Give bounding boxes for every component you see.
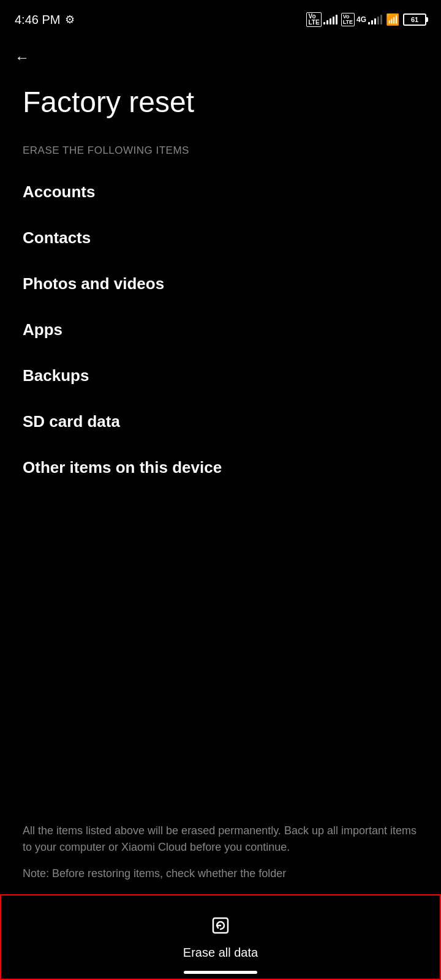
disclaimer-note: Note: Before restoring items, check whet… [23,865,418,882]
back-button[interactable]: ← [0,37,441,72]
list-item-accounts: Accounts [23,169,418,215]
battery-indicator: 61 [403,13,426,26]
status-right-icons: VoLTE VoLTE 4G 📶 61 [306,12,426,27]
disclaimer-text: All the items listed above will be erase… [23,823,418,856]
signal-bar [336,15,337,24]
erase-svg-icon [209,914,232,937]
signal-bar-inactive [380,15,382,24]
volte-4g-badge: VoLTE [341,13,355,26]
list-item-contacts: Contacts [23,215,418,261]
back-arrow-icon[interactable]: ← [15,49,29,66]
erase-button-label[interactable]: Erase all data [183,946,258,960]
4g-label: 4G [356,15,366,24]
battery-level: 61 [411,16,418,23]
erase-items-list: Accounts Contacts Photos and videos Apps… [0,169,441,491]
signal-bar-inactive [377,17,379,24]
home-indicator [184,971,257,974]
erase-icon [209,914,232,941]
section-header: ERASE THE FOLLOWING ITEMS [0,138,441,169]
signal-bars-1 [323,15,337,24]
disclaimer-section: All the items listed above will be erase… [23,823,418,882]
signal-bar [371,20,373,24]
list-item-photos-videos: Photos and videos [23,261,418,307]
list-item-apps: Apps [23,307,418,353]
signal-bar [323,22,325,24]
list-item-sd-card: SD card data [23,399,418,445]
signal-bars-2 [368,15,382,24]
volte-badge-1: VoLTE [306,12,321,27]
erase-all-data-button[interactable]: Erase all data [0,894,441,980]
network-group-2: VoLTE 4G [341,13,382,26]
network-group-1: VoLTE [306,12,337,27]
status-time-area: 4:46 PM ⚙ [15,13,75,27]
list-item-other-items: Other items on this device [23,445,418,491]
signal-bar [330,18,331,24]
settings-icon: ⚙ [65,13,75,26]
signal-bar [333,17,334,24]
signal-bar [374,18,376,24]
signal-bar [368,22,370,24]
list-item-backups: Backups [23,353,418,399]
time-display: 4:46 PM [15,13,60,27]
signal-bar [326,20,328,24]
status-bar: 4:46 PM ⚙ VoLTE VoLTE 4G [0,0,441,37]
page-title: Factory reset [0,72,441,138]
wifi-icon: 📶 [386,13,399,26]
